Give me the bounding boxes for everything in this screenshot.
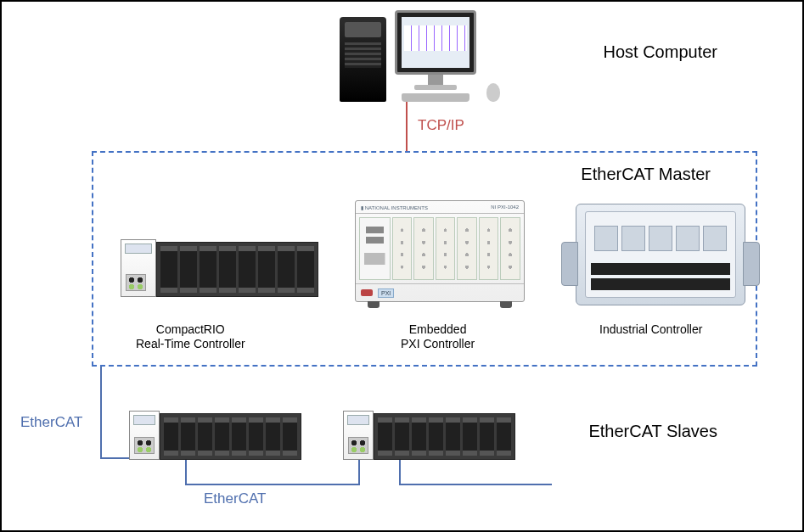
compactrio-label: CompactRIO Real-Time Controller bbox=[136, 322, 245, 351]
ethercat-slave-1-icon bbox=[129, 411, 301, 460]
pxi-label: Embedded PXI Controller bbox=[401, 322, 475, 351]
link-slave2-out-v bbox=[399, 457, 401, 485]
diagram-canvas: Host Computer TCP/IP EtherCAT Master Com… bbox=[0, 0, 804, 532]
ethercat-slaves-title: EtherCAT Slaves bbox=[588, 422, 717, 441]
host-computer-icon bbox=[340, 10, 478, 102]
link-slave1-out-v bbox=[185, 457, 187, 485]
link-slave-slave-label: EtherCAT bbox=[204, 490, 266, 507]
ethercat-slave-2-icon bbox=[343, 411, 515, 460]
link-slave1-slave2-h bbox=[185, 484, 360, 485]
link-master-slave-label: EtherCAT bbox=[20, 414, 82, 431]
link-master-slave1-v bbox=[100, 367, 102, 459]
ethercat-master-title: EtherCAT Master bbox=[581, 165, 711, 184]
link-host-master bbox=[406, 102, 408, 152]
compactrio-icon bbox=[121, 239, 318, 297]
host-section-label: Host Computer bbox=[604, 42, 718, 62]
industrial-controller-label: Industrial Controller bbox=[599, 322, 702, 337]
pxi-chassis-icon: ▮ NATIONAL INSTRUMENTSNI PXI-1042 PXI bbox=[355, 200, 525, 302]
link-slave2-onward-h bbox=[399, 484, 552, 485]
link-host-master-label: TCP/IP bbox=[418, 117, 464, 134]
industrial-controller-icon bbox=[576, 204, 745, 305]
